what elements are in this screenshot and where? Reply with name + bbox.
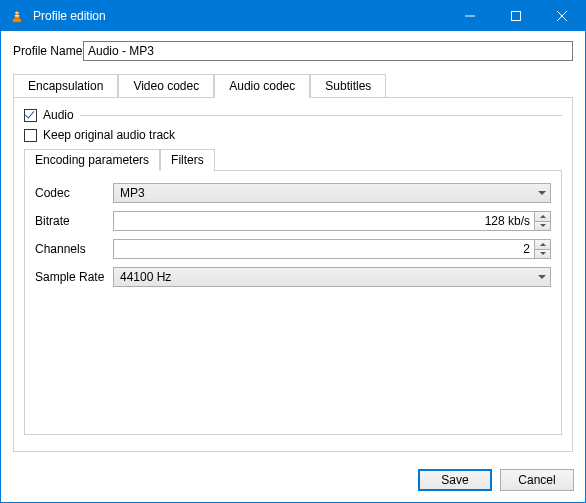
window-title: Profile edition bbox=[33, 9, 106, 23]
triangle-up-icon bbox=[540, 215, 546, 218]
group-divider bbox=[80, 115, 562, 116]
vlc-icon bbox=[9, 8, 25, 24]
tab-encoding-parameters[interactable]: Encoding parameters bbox=[24, 149, 160, 171]
svg-marker-0 bbox=[15, 10, 20, 19]
audio-checkbox-label: Audio bbox=[43, 108, 74, 122]
chevron-down-icon bbox=[538, 275, 546, 279]
svg-rect-1 bbox=[15, 12, 19, 13]
samplerate-combo[interactable]: 44100 Hz bbox=[113, 267, 551, 287]
audio-checkbox-row: Audio bbox=[24, 108, 562, 122]
svg-rect-3 bbox=[13, 19, 21, 22]
codec-label: Codec bbox=[35, 186, 113, 200]
audio-codec-panel: Audio Keep original audio track Encoding… bbox=[13, 97, 573, 452]
titlebar: Profile edition bbox=[1, 1, 585, 31]
triangle-down-icon bbox=[540, 252, 546, 255]
bitrate-spinbox[interactable]: 128 kb/s bbox=[113, 211, 551, 231]
bitrate-spin-up[interactable] bbox=[535, 212, 550, 221]
bitrate-label: Bitrate bbox=[35, 214, 113, 228]
channels-spinbox[interactable]: 2 bbox=[113, 239, 551, 259]
content-area: Profile Name Encapsulation Video codec A… bbox=[1, 31, 585, 464]
keep-original-checkbox[interactable] bbox=[24, 129, 37, 142]
cancel-button[interactable]: Cancel bbox=[500, 469, 574, 491]
tab-video-codec[interactable]: Video codec bbox=[118, 74, 214, 98]
codec-row: Codec MP3 bbox=[35, 183, 551, 203]
inner-tabs: Encoding parameters Filters bbox=[24, 148, 562, 170]
bitrate-spin-down[interactable] bbox=[535, 221, 550, 231]
triangle-up-icon bbox=[540, 243, 546, 246]
channels-value: 2 bbox=[114, 240, 534, 258]
samplerate-value: 44100 Hz bbox=[120, 270, 171, 284]
svg-rect-5 bbox=[512, 12, 521, 21]
minimize-button[interactable] bbox=[447, 1, 493, 31]
tab-filters[interactable]: Filters bbox=[160, 149, 215, 171]
save-button[interactable]: Save bbox=[418, 469, 492, 491]
audio-checkbox[interactable] bbox=[24, 109, 37, 122]
maximize-button[interactable] bbox=[493, 1, 539, 31]
samplerate-row: Sample Rate 44100 Hz bbox=[35, 267, 551, 287]
bitrate-row: Bitrate 128 kb/s bbox=[35, 211, 551, 231]
encoding-parameters-panel: Codec MP3 Bitrate 128 kb/s Channels bbox=[24, 170, 562, 435]
main-tabs: Encapsulation Video codec Audio codec Su… bbox=[13, 73, 573, 97]
codec-combo[interactable]: MP3 bbox=[113, 183, 551, 203]
chevron-down-icon bbox=[538, 191, 546, 195]
keep-original-row: Keep original audio track bbox=[24, 128, 562, 142]
keep-original-label: Keep original audio track bbox=[43, 128, 175, 142]
close-button[interactable] bbox=[539, 1, 585, 31]
bitrate-value: 128 kb/s bbox=[114, 212, 534, 230]
profile-name-label: Profile Name bbox=[13, 44, 83, 58]
channels-row: Channels 2 bbox=[35, 239, 551, 259]
tab-audio-codec[interactable]: Audio codec bbox=[214, 74, 310, 98]
codec-value: MP3 bbox=[120, 186, 145, 200]
tab-encapsulation[interactable]: Encapsulation bbox=[13, 74, 118, 98]
profile-name-input[interactable] bbox=[83, 41, 573, 61]
samplerate-label: Sample Rate bbox=[35, 270, 113, 284]
channels-label: Channels bbox=[35, 242, 113, 256]
svg-rect-2 bbox=[15, 15, 20, 16]
channels-spin-up[interactable] bbox=[535, 240, 550, 249]
tab-subtitles[interactable]: Subtitles bbox=[310, 74, 386, 98]
footer-buttons: Save Cancel bbox=[418, 469, 574, 491]
triangle-down-icon bbox=[540, 224, 546, 227]
channels-spin-down[interactable] bbox=[535, 249, 550, 259]
profile-name-row: Profile Name bbox=[13, 41, 573, 61]
